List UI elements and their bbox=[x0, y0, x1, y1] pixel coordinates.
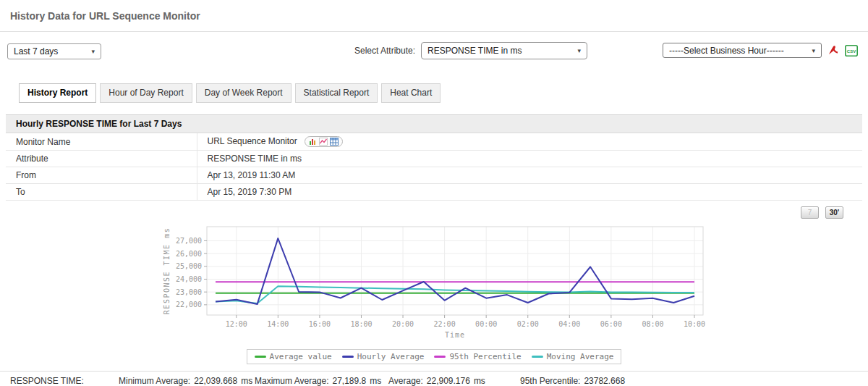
stat-item-maximum-average: Maximum Average:27,189.8ms bbox=[255, 376, 388, 386]
info-table: Hourly RESPONSE TIME for Last 7 Days Mon… bbox=[6, 114, 862, 201]
legend-label: Hourly Average bbox=[357, 352, 425, 361]
y-tick-label: 24,000 bbox=[176, 275, 202, 283]
x-tick-label: 02:00 bbox=[517, 320, 539, 328]
legend-label: 95th Percentile bbox=[449, 352, 521, 361]
y-tick-label: 26,000 bbox=[176, 250, 202, 258]
row-label: From bbox=[6, 167, 197, 184]
report-tabs: History ReportHour of Day ReportDay of W… bbox=[19, 83, 868, 103]
row-value: RESPONSE TIME in ms bbox=[197, 151, 862, 167]
y-tick-label: 25,000 bbox=[176, 263, 202, 271]
csv-export-icon[interactable]: CSV bbox=[845, 44, 858, 57]
y-tick-label: 27,000 bbox=[176, 237, 202, 245]
x-tick-label: 04:00 bbox=[558, 320, 580, 328]
history-chart: 22,00023,00024,00025,00026,00027,00012:0… bbox=[159, 222, 709, 364]
time-range-value: Last 7 days bbox=[14, 46, 58, 56]
x-tick-label: 16:00 bbox=[309, 320, 331, 328]
chart-legend: Average valueHourly Average95th Percenti… bbox=[247, 349, 622, 364]
row-label: To bbox=[6, 184, 197, 201]
stats-attribute-label: RESPONSE TIME: bbox=[10, 376, 119, 386]
time-range-select[interactable]: Last 7 days ▾ bbox=[7, 43, 101, 59]
monitor-view-icons bbox=[305, 136, 343, 147]
tab-history-report[interactable]: History Report bbox=[19, 83, 96, 103]
select-attribute-label: Select Attribute: bbox=[354, 46, 415, 56]
x-tick-label: 00:00 bbox=[475, 320, 497, 328]
legend-swatch bbox=[532, 356, 543, 358]
x-tick-label: 14:00 bbox=[267, 320, 289, 328]
stat-value: 23782.668 bbox=[584, 376, 625, 386]
line-chart-canvas: 22,00023,00024,00025,00026,00027,00012:0… bbox=[159, 222, 709, 341]
chevron-down-icon: ▾ bbox=[91, 48, 95, 55]
svg-text:CSV: CSV bbox=[847, 49, 856, 53]
tab-heat-chart[interactable]: Heat Chart bbox=[381, 83, 441, 103]
attribute-select[interactable]: RESPONSE TIME in ms ▾ bbox=[421, 42, 587, 59]
chevron-down-icon: ▾ bbox=[578, 47, 582, 54]
summary-stats-bar: RESPONSE TIME: Minimum Average:22,039.66… bbox=[0, 371, 868, 386]
range-7-days-button[interactable]: 7 bbox=[801, 206, 819, 219]
stat-unit: ms bbox=[370, 376, 381, 386]
legend-swatch bbox=[342, 356, 354, 358]
y-tick-label: 22,000 bbox=[176, 301, 202, 309]
stat-label: Average: bbox=[388, 376, 423, 386]
row-label: Monitor Name bbox=[6, 133, 197, 151]
data-table-icon[interactable] bbox=[330, 138, 339, 146]
attribute-select-group: Select Attribute: RESPONSE TIME in ms ▾ bbox=[354, 42, 587, 59]
attribute-value: RESPONSE TIME in ms bbox=[427, 46, 522, 56]
stat-label: Maximum Average: bbox=[255, 376, 329, 386]
legend-item-moving-average[interactable]: Moving Average bbox=[532, 352, 614, 361]
chart-section: 7 30' 22,00023,00024,00025,00026,00027,0… bbox=[0, 201, 868, 364]
x-tick-label: 12:00 bbox=[226, 320, 247, 328]
range-30-days-button[interactable]: 30' bbox=[825, 206, 843, 219]
tab-statistical-report[interactable]: Statistical Report bbox=[295, 83, 378, 103]
row-label: Attribute bbox=[6, 151, 197, 167]
pdf-export-icon[interactable] bbox=[827, 44, 840, 57]
stat-value: 22,039.668 bbox=[194, 376, 237, 386]
legend-swatch bbox=[255, 356, 266, 358]
row-value: Apr 13, 2019 11:30 AM bbox=[197, 167, 862, 184]
x-tick-label: 06:00 bbox=[600, 320, 622, 328]
tab-day-of-week-report[interactable]: Day of Week Report bbox=[196, 83, 292, 103]
tab-hour-of-day-report[interactable]: Hour of Day Report bbox=[100, 83, 192, 103]
stat-unit: ms bbox=[474, 376, 485, 386]
info-table-title: Hourly RESPONSE TIME for Last 7 Days bbox=[6, 115, 862, 133]
business-hour-select[interactable]: -----Select Business Hour------ ▾ bbox=[663, 43, 822, 58]
table-row: FromApr 13, 2019 11:30 AM bbox=[6, 167, 862, 184]
x-axis-label: Time bbox=[445, 331, 465, 339]
table-row: AttributeRESPONSE TIME in ms bbox=[6, 151, 862, 167]
x-tick-label: 10:00 bbox=[684, 320, 705, 328]
toolbar: Last 7 days ▾ Select Attribute: RESPONSE… bbox=[0, 32, 868, 71]
legend-item-average-value[interactable]: Average value bbox=[255, 352, 332, 361]
stat-unit: ms bbox=[241, 376, 252, 386]
x-tick-label: 08:00 bbox=[642, 320, 663, 328]
export-group: -----Select Business Hour------ ▾ CSV bbox=[663, 43, 858, 58]
stat-item-minimum-average: Minimum Average:22,039.668ms bbox=[119, 376, 255, 386]
table-row: Monitor NameURL Sequence Monitor bbox=[6, 133, 862, 151]
legend-item-hourly-average[interactable]: Hourly Average bbox=[342, 352, 425, 361]
stat-label: Minimum Average: bbox=[119, 376, 190, 386]
stat-item-average: Average:22,909.176ms bbox=[388, 376, 520, 386]
chart-range-buttons: 7 30' bbox=[801, 206, 843, 219]
table-row: ToApr 15, 2019 7:30 PM bbox=[6, 184, 862, 201]
y-tick-label: 23,000 bbox=[176, 288, 202, 296]
business-hour-value: -----Select Business Hour------ bbox=[669, 46, 784, 56]
bar-chart-icon[interactable] bbox=[309, 138, 317, 146]
page-header: History Data for URL Sequence Monitor bbox=[0, 0, 868, 32]
x-tick-label: 18:00 bbox=[350, 320, 372, 328]
y-axis-label: RESPONSE TIME ms bbox=[163, 227, 171, 314]
info-table-body: Hourly RESPONSE TIME for Last 7 Days Mon… bbox=[6, 115, 862, 201]
line-graph-icon[interactable] bbox=[319, 138, 328, 146]
row-value: URL Sequence Monitor bbox=[197, 133, 862, 151]
chevron-down-icon: ▾ bbox=[812, 47, 815, 54]
row-value: Apr 15, 2019 7:30 PM bbox=[197, 184, 862, 201]
page-title: History Data for URL Sequence Monitor bbox=[10, 10, 200, 22]
stat-item-95th-percentile: 95th Percentile:23782.668 bbox=[520, 376, 629, 386]
stat-label: 95th Percentile: bbox=[520, 376, 580, 386]
series-line-hourly-average bbox=[216, 238, 694, 304]
legend-item-95th-percentile[interactable]: 95th Percentile bbox=[434, 352, 521, 361]
stat-value: 22,909.176 bbox=[427, 376, 470, 386]
legend-label: Average value bbox=[270, 352, 332, 361]
info-table-header-row: Hourly RESPONSE TIME for Last 7 Days bbox=[6, 115, 862, 133]
legend-row: Average valueHourly Average95th Percenti… bbox=[159, 348, 709, 364]
x-tick-label: 20:00 bbox=[392, 320, 414, 328]
legend-swatch bbox=[434, 356, 446, 358]
stat-value: 27,189.8 bbox=[333, 376, 367, 386]
